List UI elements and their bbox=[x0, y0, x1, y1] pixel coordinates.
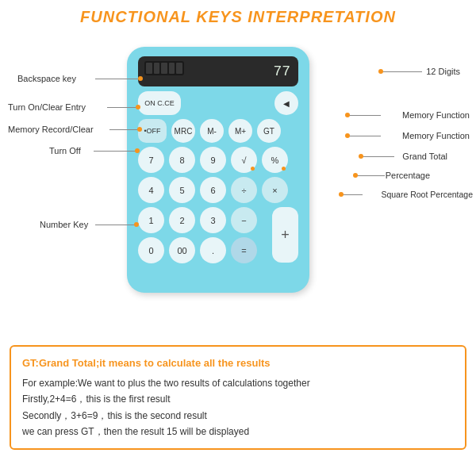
label-memory-record: Memory Record/Clear bbox=[8, 125, 94, 134]
info-line-3: Secondly，3+6=9，this is the second result bbox=[22, 408, 454, 424]
line-pct bbox=[357, 175, 385, 176]
btn-minus[interactable]: − bbox=[231, 207, 257, 233]
dot-turnoff bbox=[135, 148, 140, 153]
label-percentage: Percentage bbox=[386, 171, 430, 180]
btn-row-123: 1 2 3 − 0 00 . = + bbox=[138, 207, 298, 263]
label-turn-off: Turn Off bbox=[49, 146, 81, 155]
line-backspace bbox=[95, 79, 139, 79]
line-numkey bbox=[95, 225, 135, 225]
btn-3[interactable]: 3 bbox=[200, 207, 226, 233]
label-mem-func2: Memory Function bbox=[402, 131, 470, 140]
dot-memrec bbox=[137, 127, 142, 132]
info-title: GT:Grand Total;it means to calculate all… bbox=[22, 355, 454, 372]
line-memf1 bbox=[349, 115, 381, 116]
line-turnoff bbox=[94, 151, 136, 152]
btn-multiply[interactable]: × bbox=[262, 177, 288, 203]
dot-digits bbox=[378, 69, 383, 74]
line-digits bbox=[382, 71, 422, 72]
dot-backspace bbox=[138, 76, 143, 81]
page-title: FUNCTIONAL KEYS INTERPRETATION bbox=[0, 0, 476, 31]
info-line-1: For example:We want to plus the two resu… bbox=[22, 375, 454, 391]
btn-row-123-top: 1 2 3 − bbox=[138, 207, 257, 233]
btn-9[interactable]: 9 bbox=[200, 147, 226, 173]
calculator-body: 77 ON C.CE ◀ •OFF MRC M- M+ GT 7 8 9 √ %… bbox=[127, 47, 309, 293]
btn-5[interactable]: 5 bbox=[169, 177, 195, 203]
btn-mminus[interactable]: M- bbox=[200, 119, 224, 143]
btn-off[interactable]: •OFF bbox=[138, 119, 167, 143]
btn-gt[interactable]: GT bbox=[257, 119, 281, 143]
label-12digits: 12 Digits bbox=[426, 67, 460, 76]
btn-divide[interactable]: ÷ bbox=[231, 177, 257, 203]
dot-memf2 bbox=[345, 133, 350, 138]
btn-1[interactable]: 1 bbox=[138, 207, 164, 233]
label-backspace: Backspace key bbox=[17, 74, 76, 83]
dot-gt bbox=[359, 154, 363, 159]
solar-panel bbox=[144, 61, 184, 75]
info-line-2: Firstly,2+4=6，this is the first result bbox=[22, 391, 454, 407]
btn-on-ce[interactable]: ON C.CE bbox=[138, 91, 181, 115]
btn-6[interactable]: 6 bbox=[200, 177, 226, 203]
diagram-area: 77 ON C.CE ◀ •OFF MRC M- M+ GT 7 8 9 √ %… bbox=[0, 31, 476, 340]
line-gt bbox=[363, 156, 394, 157]
label-turn-on: Turn On/Clear Entry bbox=[8, 102, 86, 112]
btn-row-0: 0 00 . = bbox=[138, 237, 257, 263]
line-sqrt bbox=[343, 194, 363, 195]
dot-numkey bbox=[134, 222, 139, 227]
label-grand-total: Grand Total bbox=[402, 152, 447, 161]
info-line-4: we can press GT，then the result 15 will … bbox=[22, 424, 454, 440]
btn-sqrt[interactable]: √ bbox=[231, 147, 257, 173]
line-turnon bbox=[107, 107, 136, 108]
btn-row-456: 4 5 6 ÷ × bbox=[138, 177, 298, 203]
line-memf2 bbox=[349, 136, 381, 136]
btn-00[interactable]: 00 bbox=[169, 237, 195, 263]
btn-2[interactable]: 2 bbox=[169, 207, 195, 233]
dot-memf1 bbox=[345, 113, 350, 117]
line-memrec bbox=[109, 129, 138, 130]
btn-arrow[interactable]: ◀ bbox=[274, 91, 298, 115]
btn-equals[interactable]: = bbox=[231, 237, 257, 263]
calc-display: 77 bbox=[138, 56, 298, 86]
btn-7[interactable]: 7 bbox=[138, 147, 164, 173]
btn-percent[interactable]: % bbox=[262, 147, 288, 173]
btn-mrc[interactable]: MRC bbox=[171, 119, 195, 143]
btn-row-mem: •OFF MRC M- M+ GT bbox=[138, 119, 298, 143]
display-number: 77 bbox=[273, 63, 290, 79]
btn-4[interactable]: 4 bbox=[138, 177, 164, 203]
dot-turnon bbox=[136, 105, 140, 109]
dot-pct bbox=[353, 173, 358, 178]
info-box: GT:Grand Total;it means to calculate all… bbox=[10, 345, 466, 450]
btn-dot[interactable]: . bbox=[200, 237, 226, 263]
btn-row-on: ON C.CE ◀ bbox=[138, 91, 298, 115]
btn-row-789: 7 8 9 √ % bbox=[138, 147, 298, 173]
label-number-key: Number Key bbox=[40, 220, 88, 229]
dot-sqrt bbox=[339, 192, 344, 197]
label-sqrt-pct: Square Root Percentage bbox=[381, 190, 473, 199]
btn-mplus[interactable]: M+ bbox=[228, 119, 252, 143]
btn-8[interactable]: 8 bbox=[169, 147, 195, 173]
btn-0[interactable]: 0 bbox=[138, 237, 164, 263]
label-mem-func1: Memory Function bbox=[402, 110, 470, 120]
btn-plus[interactable]: + bbox=[272, 207, 298, 263]
